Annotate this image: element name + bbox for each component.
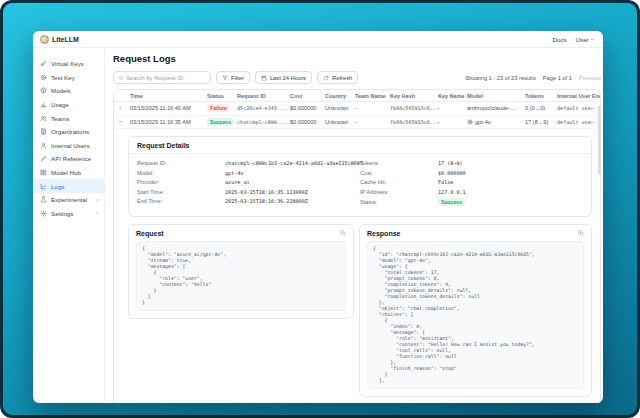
column-header-request-id[interactable]: Request ID — [237, 93, 290, 99]
cell-request-id: d5c26ce4-e343... — [237, 105, 290, 111]
request-details-title: Request Details — [129, 137, 591, 154]
sidebar-item-internal-users[interactable]: Internal Users — [33, 139, 104, 153]
column-header-team-name[interactable]: Team Name — [355, 93, 390, 99]
sidebar-item-test-key[interactable]: Test Key — [33, 71, 104, 85]
user-icon — [40, 142, 47, 149]
sidebar-item-models[interactable]: Models — [33, 84, 104, 98]
sidebar-item-teams[interactable]: Teams — [33, 111, 104, 125]
log-table-body: ›03/15/2025 11:16:40 AMFailured5c26ce4-e… — [114, 102, 600, 129]
users-icon — [40, 115, 47, 122]
filter-button-label: Filter — [231, 75, 244, 81]
sidebar-item-virtual-keys[interactable]: Virtual Keys — [33, 57, 104, 71]
results-count: Showing 1 - 23 of 23 results — [465, 75, 536, 81]
request-details-left: Request ID:chatcmpl-c899c1b3-ca2e-4214-a… — [137, 160, 360, 210]
request-panel: Request { "model": "azure_ai/gpt-4o", "s… — [128, 224, 354, 319]
detail-row: Status:Success — [360, 198, 583, 206]
previous-button[interactable]: Previous — [579, 75, 601, 81]
detail-label: End Time: — [137, 198, 225, 204]
column-header-status[interactable]: Status — [207, 93, 237, 99]
cell-model: anthropic/claude-... — [467, 105, 525, 111]
column-header-key-hash[interactable]: Key Hash — [390, 93, 438, 99]
bar-chart-icon — [40, 101, 47, 108]
sidebar-item-label: Virtual Keys — [51, 60, 84, 67]
response-json: { "id": "chatcmpl-c899c1b3-ca2e-4214-a6d… — [373, 246, 578, 384]
detail-row: Cost:$0.000000 — [360, 170, 583, 176]
top-navbar: LiteLLM Docs User › — [33, 31, 603, 48]
table-row[interactable]: ›03/15/2025 11:16:40 AMFailured5c26ce4-e… — [114, 102, 600, 116]
chevron-down-icon: › — [588, 38, 595, 40]
sidebar-item-organizations[interactable]: Organizations — [33, 125, 104, 139]
sidebar-item-api-reference[interactable]: API Reference — [33, 152, 104, 166]
llama-logo-icon — [40, 35, 49, 44]
chevron-down-icon: › — [95, 199, 101, 201]
log-table: TimeStatusRequest IDCostCountryTeam Name… — [113, 89, 601, 403]
column-header-time[interactable]: Time — [130, 93, 207, 99]
detail-value: 127.0.0.1 — [438, 189, 466, 195]
litellm-logo[interactable]: LiteLLM — [40, 35, 79, 44]
sidebar-item-logs[interactable]: Logs — [33, 179, 104, 193]
table-row[interactable]: ›03/15/2025 11:16:35 AMSuccesschatcmpl-c… — [114, 116, 600, 130]
sidebar-item-label: Logs — [51, 183, 64, 190]
sidebar-item-settings[interactable]: Settings› — [33, 207, 104, 221]
column-header-model[interactable]: Model — [467, 93, 525, 99]
column-header-key-name[interactable]: Key Name — [438, 93, 467, 99]
detail-label: Model: — [137, 170, 225, 176]
sidebar-item-usage[interactable]: Usage — [33, 98, 104, 112]
user-menu[interactable]: User › — [576, 36, 593, 43]
cell-key-hash: fb66c565915c6... — [390, 119, 438, 125]
search-input[interactable] — [126, 75, 206, 81]
sidebar-item-label: Usage — [51, 101, 69, 108]
sidebar-item-model-hub[interactable]: Model Hub — [33, 166, 104, 180]
cell-country: Unknown — [325, 105, 355, 111]
copy-response-button[interactable] — [578, 230, 584, 236]
detail-value: 2025-03-15T18:16:35.123000Z — [225, 189, 308, 195]
response-panel-title: Response — [367, 230, 400, 237]
chevron-down-icon[interactable]: › — [117, 121, 124, 123]
cell-team-name: - — [355, 119, 390, 125]
sidebar-item-label: Settings — [51, 210, 73, 217]
sidebar-item-experimental[interactable]: Experimental› — [33, 193, 104, 207]
calendar-icon — [261, 75, 267, 81]
copy-request-button[interactable] — [340, 230, 346, 236]
building-icon — [40, 128, 47, 135]
request-json: { "model": "azure_ai/gpt-4o", "stream": … — [142, 246, 340, 306]
response-code-block: { "id": "chatcmpl-c899c1b3-ca2e-4214-a6d… — [367, 241, 584, 389]
sidebar-item-label: Internal Users — [51, 142, 90, 149]
copy-icon — [340, 230, 346, 236]
response-panel: Response { "id": "chatcmpl-c899c1b3-ca2e… — [359, 224, 592, 397]
cell-internal-user: default_user_id — [557, 119, 592, 125]
detail-row: Start Time:2025-03-15T18:16:35.123000Z — [137, 189, 360, 195]
controls-row: Filter Last 24 Hours Refresh Showing 1 -… — [113, 71, 601, 84]
docs-link[interactable]: Docs — [552, 36, 566, 43]
cell-model: gpt-4o — [467, 119, 525, 125]
detail-row: Provider:azure_ai — [137, 179, 360, 185]
refresh-button[interactable]: Refresh — [317, 71, 358, 84]
scrollbar[interactable] — [598, 106, 601, 174]
search-input-wrap[interactable] — [113, 71, 211, 84]
filter-button[interactable]: Filter — [216, 71, 250, 84]
sidebar-item-label: Test Key — [51, 74, 75, 81]
detail-value: azure_ai — [225, 179, 250, 185]
key-icon — [40, 60, 47, 67]
refresh-icon — [323, 75, 329, 81]
column-header-end-user[interactable]: End User — [592, 93, 600, 99]
column-header-country[interactable]: Country — [325, 93, 355, 99]
time-range-button[interactable]: Last 24 Hours — [255, 71, 312, 84]
detail-row: Request ID:chatcmpl-c899c1b3-ca2e-4214-a… — [137, 160, 360, 166]
cell-request-id: chatcmpl-c899... — [237, 119, 290, 125]
column-header-internal-user[interactable]: Internal User — [557, 93, 592, 99]
cube-icon — [40, 87, 47, 94]
cell-cost: $0.000000 — [290, 119, 325, 125]
cell-status: Success — [207, 118, 237, 126]
column-header-cost[interactable]: Cost — [290, 93, 325, 99]
cell-cost: $0.000000 — [290, 105, 325, 111]
target-icon — [40, 74, 47, 81]
log-table-header: TimeStatusRequest IDCostCountryTeam Name… — [114, 90, 600, 102]
column-header-tokens[interactable]: Tokens — [525, 93, 557, 99]
request-details-card: Request Details Request ID:chatcmpl-c899… — [128, 136, 592, 217]
request-code-block: { "model": "azure_ai/gpt-4o", "stream": … — [136, 241, 346, 311]
desktop-background: LiteLLM Docs User › Virtual KeysTest Key… — [0, 0, 640, 418]
detail-label: Request ID: — [137, 160, 225, 166]
chevron-right-icon[interactable]: › — [119, 105, 121, 112]
status-badge: Success — [207, 118, 234, 126]
